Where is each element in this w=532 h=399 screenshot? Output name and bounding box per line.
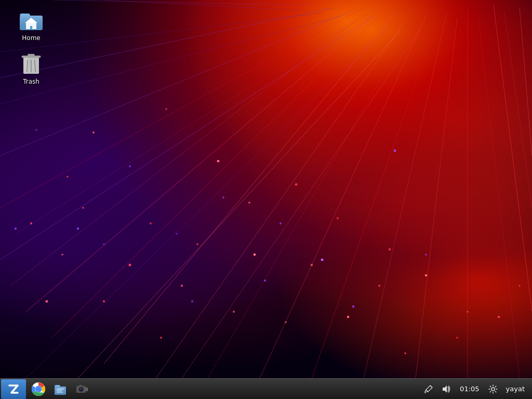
svg-point-74 <box>254 254 255 255</box>
username-tray[interactable]: yayat <box>504 384 527 394</box>
svg-point-50 <box>129 264 131 267</box>
pen-icon <box>424 384 433 394</box>
taskbar-left <box>0 379 92 399</box>
svg-point-54 <box>378 285 380 287</box>
svg-point-33 <box>337 217 339 219</box>
svg-point-67 <box>222 196 224 198</box>
svg-point-94 <box>36 387 41 391</box>
svg-rect-89 <box>23 57 28 74</box>
svg-point-51 <box>66 176 69 178</box>
svg-point-32 <box>295 183 297 185</box>
files-icon <box>54 382 67 396</box>
zorin-menu-button[interactable] <box>1 379 26 399</box>
svg-point-70 <box>35 129 37 131</box>
svg-point-46 <box>456 337 458 339</box>
svg-point-31 <box>165 108 167 110</box>
svg-point-69 <box>129 165 131 167</box>
svg-rect-106 <box>79 385 82 387</box>
svg-rect-82 <box>30 26 32 29</box>
svg-point-53 <box>311 264 313 266</box>
wallpaper-svg <box>0 0 532 378</box>
svg-point-62 <box>176 233 178 235</box>
svg-rect-85 <box>28 54 34 56</box>
webcam-icon <box>75 382 89 396</box>
svg-point-42 <box>103 300 105 302</box>
clock-tray[interactable]: 01:05 <box>457 384 482 394</box>
gear-icon <box>488 384 498 394</box>
svg-rect-105 <box>86 388 88 391</box>
svg-point-49 <box>181 285 183 287</box>
zorin-logo-icon <box>6 382 21 396</box>
trash-icon-desktop[interactable]: Trash <box>10 49 52 87</box>
svg-point-76 <box>322 259 323 260</box>
svg-point-40 <box>61 254 63 256</box>
username-label: yayat <box>506 385 525 393</box>
input-method-tray-icon[interactable] <box>422 383 435 395</box>
svg-point-73 <box>218 161 219 162</box>
svg-point-43 <box>233 311 235 313</box>
trash-svg <box>21 51 42 76</box>
svg-point-57 <box>160 337 162 339</box>
svg-point-37 <box>389 248 391 250</box>
svg-point-63 <box>264 280 266 282</box>
svg-point-55 <box>82 207 84 209</box>
svg-point-104 <box>80 388 81 389</box>
chrome-icon <box>32 382 45 396</box>
svg-rect-97 <box>57 389 64 390</box>
desktop: Home Trash <box>0 0 532 399</box>
svg-point-52 <box>248 202 250 204</box>
svg-point-60 <box>191 300 193 302</box>
svg-point-72 <box>280 222 282 224</box>
taskbar-tray: 01:05 yayat <box>422 383 532 395</box>
settings-tray-icon[interactable] <box>486 383 500 395</box>
svg-rect-99 <box>57 392 63 393</box>
svg-point-64 <box>425 254 427 256</box>
trash-icon-label: Trash <box>23 78 39 85</box>
svg-point-48 <box>518 285 521 287</box>
svg-marker-107 <box>443 385 447 393</box>
svg-point-65 <box>352 305 354 308</box>
webcam-taskbar-button[interactable] <box>72 379 92 399</box>
svg-point-44 <box>285 321 287 323</box>
svg-point-59 <box>77 228 79 230</box>
svg-point-41 <box>30 222 32 224</box>
svg-point-39 <box>467 311 469 313</box>
home-icon-desktop[interactable]: Home <box>10 5 52 44</box>
home-folder-svg <box>19 7 44 32</box>
svg-point-108 <box>491 388 495 391</box>
home-icon-label: Home <box>22 34 40 42</box>
svg-point-56 <box>46 300 48 303</box>
taskbar: 01:05 yayat <box>0 378 532 399</box>
svg-point-75 <box>348 316 349 317</box>
svg-point-47 <box>498 316 500 318</box>
svg-rect-98 <box>57 390 62 391</box>
desktop-icons: Home Trash <box>10 5 52 87</box>
svg-point-58 <box>404 352 406 354</box>
svg-point-71 <box>15 228 17 230</box>
volume-tray-icon[interactable] <box>440 383 453 395</box>
svg-rect-1 <box>0 0 532 378</box>
volume-icon <box>442 384 451 394</box>
svg-point-36 <box>150 222 152 224</box>
svg-point-66 <box>103 243 105 245</box>
svg-point-68 <box>394 150 396 152</box>
svg-point-77 <box>425 275 427 276</box>
chrome-taskbar-button[interactable] <box>28 379 49 399</box>
files-taskbar-button[interactable] <box>50 379 71 399</box>
svg-point-30 <box>92 131 95 134</box>
svg-point-35 <box>196 243 198 245</box>
